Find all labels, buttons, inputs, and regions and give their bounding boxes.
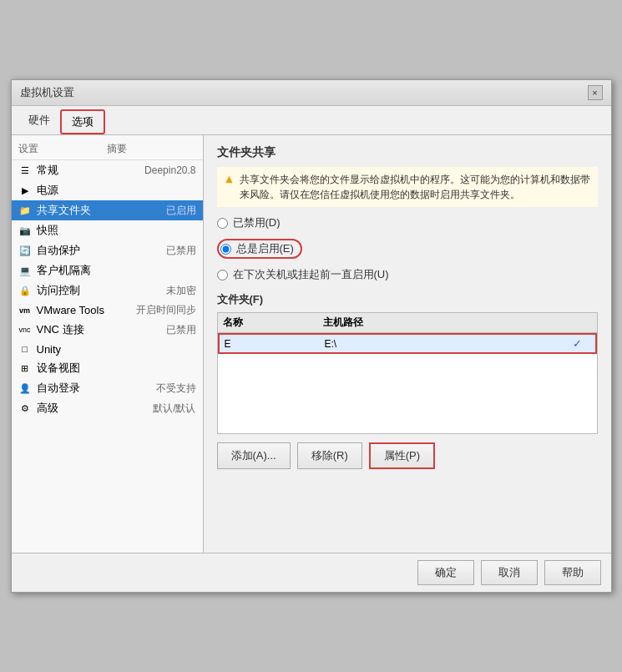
radio-until-poweroff[interactable]: 在下次关机或挂起前一直启用(U) — [217, 267, 598, 282]
table-body: E E:\ ✓ — [218, 333, 597, 433]
radio-disabled[interactable]: 已禁用(D) — [217, 215, 598, 230]
ok-button[interactable]: 确定 — [417, 560, 474, 585]
sidebar-item-auto-login[interactable]: 👤 自动登录 不受支持 — [12, 378, 203, 398]
sidebar-item-access-control[interactable]: 🔒 访问控制 未加密 — [12, 280, 203, 301]
title-bar: 虚拟机设置 × — [12, 80, 611, 106]
vmware-tools-label: VMware Tools — [37, 304, 136, 316]
shared-folder-value: 已启用 — [166, 204, 196, 218]
sidebar-item-auto-protect[interactable]: 🔄 自动保护 已禁用 — [12, 240, 203, 260]
settings-header: 设置 摘要 — [12, 140, 203, 160]
advanced-icon: ⚙ — [18, 402, 32, 415]
auto-login-label: 自动登录 — [37, 381, 156, 396]
virtual-machine-settings-dialog: 虚拟机设置 × 硬件 选项 设置 摘要 ☰ 常规 Deepin20.8 ▶ 电源 — [11, 79, 612, 593]
radio-group: 已禁用(D) 总是启用(E) 在下次关机或挂起前一直启用(U) — [217, 215, 598, 282]
radio-always-label: 总是启用(E) — [236, 241, 294, 256]
radio-until-poweroff-input[interactable] — [217, 270, 228, 280]
sidebar-item-general[interactable]: ☰ 常规 Deepin20.8 — [12, 160, 203, 180]
row-path: E:\ — [325, 338, 565, 350]
auto-protect-icon: 🔄 — [18, 244, 32, 257]
access-control-value: 未加密 — [166, 284, 196, 298]
sidebar-item-vnc[interactable]: vnc VNC 连接 已禁用 — [12, 320, 203, 340]
sidebar-item-shared-folder[interactable]: 📁 共享文件夹 已启用 — [12, 200, 203, 220]
vmware-tools-value: 开启时间同步 — [136, 303, 196, 317]
vmware-tools-icon: vm — [18, 304, 32, 317]
radio-always-input[interactable] — [220, 244, 231, 255]
tab-bar: 硬件 选项 — [12, 106, 611, 135]
unity-label: Unity — [37, 343, 196, 356]
general-value: Deepin20.8 — [144, 164, 195, 176]
sidebar-item-power[interactable]: ▶ 电源 — [12, 180, 203, 200]
unity-icon: □ — [18, 342, 32, 356]
table-row[interactable]: E E:\ ✓ — [218, 333, 597, 354]
add-button[interactable]: 添加(A)... — [217, 442, 291, 469]
tab-options[interactable]: 选项 — [60, 109, 105, 134]
cancel-button[interactable]: 取消 — [481, 560, 538, 585]
auto-protect-label: 自动保护 — [37, 243, 166, 258]
col-path-header: 主机路径 — [323, 316, 567, 330]
access-control-label: 访问控制 — [37, 283, 166, 298]
warning-box: ▲ 共享文件夹会将您的文件显示给虚拟机中的程序。这可能为您的计算机和数据带来风险… — [217, 167, 598, 207]
general-label: 常规 — [37, 163, 145, 178]
device-view-icon: ⊞ — [18, 361, 32, 375]
vnc-label: VNC 连接 — [37, 322, 166, 337]
sidebar-item-snapshot[interactable]: 📷 快照 — [12, 220, 203, 240]
vnc-icon: vnc — [18, 323, 32, 336]
left-panel: 设置 摘要 ☰ 常规 Deepin20.8 ▶ 电源 📁 共享文件夹 已启用 📷… — [12, 135, 204, 553]
general-icon: ☰ — [18, 164, 32, 177]
folder-section: 文件夹(F) 名称 主机路径 E E:\ ✓ — [217, 292, 598, 469]
snapshot-label: 快照 — [37, 223, 196, 238]
snapshot-icon: 📷 — [18, 224, 32, 237]
main-content: 设置 摘要 ☰ 常规 Deepin20.8 ▶ 电源 📁 共享文件夹 已启用 📷… — [12, 135, 611, 553]
power-icon: ▶ — [18, 184, 32, 197]
properties-button[interactable]: 属性(P) — [369, 442, 435, 469]
row-enabled-check: ✓ — [565, 337, 590, 350]
auto-login-icon: 👤 — [18, 381, 32, 395]
right-panel: 文件夹共享 ▲ 共享文件夹会将您的文件显示给虚拟机中的程序。这可能为您的计算机和… — [204, 135, 611, 553]
isolation-icon: 💻 — [18, 264, 32, 277]
vnc-value: 已禁用 — [166, 323, 196, 337]
col-name-header: 名称 — [223, 316, 323, 330]
col-settings: 设置 — [18, 142, 108, 156]
dialog-footer: 确定 取消 帮助 — [12, 553, 611, 592]
sidebar-item-advanced[interactable]: ⚙ 高级 默认/默认 — [12, 398, 203, 418]
help-button[interactable]: 帮助 — [544, 560, 601, 585]
advanced-value: 默认/默认 — [153, 402, 195, 416]
isolation-label: 客户机隔离 — [37, 263, 196, 278]
section-title: 文件夹共享 — [217, 145, 598, 160]
radio-disabled-input[interactable] — [217, 218, 228, 229]
power-label: 电源 — [37, 183, 196, 198]
auto-protect-value: 已禁用 — [166, 244, 196, 258]
folder-buttons: 添加(A)... 移除(R) 属性(P) — [217, 442, 598, 469]
sidebar-item-isolation[interactable]: 💻 客户机隔离 — [12, 260, 203, 280]
sidebar-item-unity[interactable]: □ Unity — [12, 340, 203, 358]
close-button[interactable]: × — [588, 85, 603, 100]
sidebar-item-device-view[interactable]: ⊞ 设备视图 — [12, 358, 203, 378]
auto-login-value: 不受支持 — [156, 381, 196, 396]
tab-hardware[interactable]: 硬件 — [18, 109, 60, 134]
warning-icon: ▲ — [224, 172, 235, 185]
device-view-label: 设备视图 — [37, 361, 196, 376]
warning-text: 共享文件夹会将您的文件显示给虚拟机中的程序。这可能为您的计算机和数据带来风险。请… — [240, 172, 590, 202]
radio-always[interactable]: 总是启用(E) — [217, 239, 302, 259]
shared-folder-icon: 📁 — [18, 204, 32, 217]
col-summary: 摘要 — [107, 142, 196, 156]
folder-table: 名称 主机路径 E E:\ ✓ — [217, 312, 598, 434]
radio-disabled-label: 已禁用(D) — [233, 215, 281, 230]
remove-button[interactable]: 移除(R) — [297, 442, 362, 469]
sidebar-item-vmware-tools[interactable]: vm VMware Tools 开启时间同步 — [12, 301, 203, 320]
dialog-title: 虚拟机设置 — [20, 85, 74, 100]
shared-folder-label: 共享文件夹 — [37, 203, 166, 218]
row-name: E — [225, 338, 325, 350]
folder-section-title: 文件夹(F) — [217, 292, 598, 307]
advanced-label: 高级 — [37, 401, 154, 416]
access-control-icon: 🔒 — [18, 284, 32, 297]
table-header: 名称 主机路径 — [218, 313, 597, 333]
radio-until-poweroff-label: 在下次关机或挂起前一直启用(U) — [233, 267, 389, 282]
